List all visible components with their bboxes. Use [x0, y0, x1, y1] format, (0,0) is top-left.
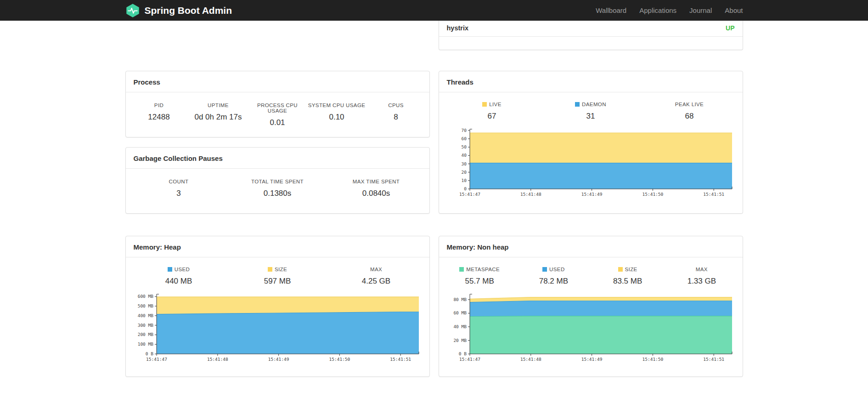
legend-daemon: DAEMON31 — [541, 102, 640, 121]
legend-label: USED — [517, 267, 591, 272]
svg-text:15:41:50: 15:41:50 — [642, 357, 663, 362]
threads-panel-title: Threads — [439, 71, 743, 92]
nav-about[interactable]: About — [718, 6, 743, 14]
stat-value: 0.01 — [248, 118, 307, 127]
svg-text:400 MB: 400 MB — [137, 313, 153, 318]
legend-label: USED — [130, 267, 228, 272]
svg-text:15:41:48: 15:41:48 — [520, 357, 541, 362]
legend-value: 597 MB — [228, 277, 327, 286]
nonheap-panel-title: Memory: Non heap — [439, 236, 743, 257]
stat-label: TOTAL TIME SPENT — [228, 179, 327, 184]
legend-peak-live: PEAK LIVE68 — [640, 102, 739, 121]
svg-text:60 MB: 60 MB — [453, 310, 467, 315]
stat-value: 0d 0h 2m 17s — [189, 113, 248, 122]
legend-value: 68 — [640, 112, 739, 121]
nav-wallboard[interactable]: Wallboard — [589, 6, 633, 14]
svg-text:15:41:49: 15:41:49 — [581, 192, 602, 197]
heap-area-chart: 0 B100 MB200 MB300 MB400 MB500 MB600 MB1… — [134, 291, 422, 364]
legend-size: SIZE597 MB — [228, 267, 327, 286]
process-stats: PID12488UPTIME0d 0h 2m 17sPROCESS CPU US… — [126, 92, 429, 127]
brand[interactable]: Spring Boot Admin — [125, 3, 232, 18]
stat-total-time-spent: TOTAL TIME SPENT0.1380s — [228, 179, 327, 198]
legend-value: 83.5 MB — [591, 277, 665, 286]
threads-area-chart: 01020304050607015:41:4715:41:4815:41:491… — [447, 126, 735, 199]
svg-text:15:41:47: 15:41:47 — [459, 357, 480, 362]
top-navbar: Spring Boot Admin Wallboard Applications… — [0, 0, 868, 21]
svg-text:200 MB: 200 MB — [137, 332, 153, 337]
legend-value: 440 MB — [130, 277, 228, 286]
nonheap-legend: METASPACE55.7 MBUSED78.2 MBSIZE83.5 MBMA… — [439, 257, 743, 286]
stat-label: COUNT — [130, 179, 228, 184]
svg-text:70: 70 — [461, 128, 467, 133]
legend-label: LIVE — [443, 102, 541, 107]
legend-swatch-icon — [542, 267, 547, 272]
legend-swatch-icon — [459, 267, 464, 272]
heap-panel: Memory: Heap USED440 MBSIZE597 MBMAX4.25… — [125, 236, 430, 377]
brand-title: Spring Boot Admin — [145, 5, 232, 16]
gc-panel-title: Garbage Collection Pauses — [126, 148, 429, 169]
legend-label: MAX — [665, 267, 738, 272]
svg-text:20: 20 — [461, 170, 467, 175]
heap-legend: USED440 MBSIZE597 MBMAX4.25 GB — [126, 257, 429, 286]
stat-count: COUNT3 — [130, 179, 228, 198]
legend-swatch-icon — [268, 267, 272, 272]
status-badge: UP — [726, 24, 734, 32]
row-top-spacer — [125, 21, 430, 50]
spring-boot-admin-logo-icon — [125, 3, 140, 18]
svg-text:15:41:51: 15:41:51 — [390, 357, 411, 362]
stat-label: SYSTEM CPU USAGE — [307, 102, 366, 108]
threads-legend: LIVE67DAEMON31PEAK LIVE68 — [439, 92, 743, 121]
svg-text:15:41:47: 15:41:47 — [459, 192, 480, 197]
svg-text:0: 0 — [464, 186, 467, 191]
legend-value: 4.25 GB — [327, 277, 426, 286]
stat-max-time-spent: MAX TIME SPENT0.0840s — [327, 179, 426, 198]
stat-value: 3 — [130, 189, 228, 198]
dashboard: hystrix UP Process PID12488UPTIME0d 0h 2… — [125, 21, 743, 377]
svg-text:15:41:51: 15:41:51 — [703, 357, 724, 362]
legend-label: SIZE — [228, 267, 327, 272]
legend-used: USED440 MB — [130, 267, 228, 286]
gc-stats: COUNT3TOTAL TIME SPENT0.1380sMAX TIME SP… — [126, 169, 429, 198]
process-panel: Process PID12488UPTIME0d 0h 2m 17sPROCES… — [125, 71, 430, 137]
legend-used: USED78.2 MB — [517, 267, 591, 286]
svg-text:15:41:48: 15:41:48 — [207, 357, 228, 362]
svg-text:60: 60 — [461, 136, 467, 141]
legend-label: SIZE — [591, 267, 665, 272]
svg-text:15:41:49: 15:41:49 — [268, 357, 289, 362]
svg-text:40: 40 — [461, 153, 467, 158]
legend-swatch-icon — [168, 267, 172, 272]
svg-text:15:41:50: 15:41:50 — [642, 192, 663, 197]
nonheap-area-chart: 0 B20 MB40 MB60 MB80 MB15:41:4715:41:481… — [447, 291, 735, 364]
legend-value: 1.33 GB — [665, 277, 738, 286]
legend-live: LIVE67 — [443, 102, 541, 121]
legend-value: 31 — [541, 112, 640, 121]
stat-pid: PID12488 — [130, 102, 189, 127]
svg-text:15:41:47: 15:41:47 — [146, 357, 167, 362]
stat-label: PROCESS CPU USAGE — [248, 102, 307, 114]
process-panel-title: Process — [126, 71, 429, 92]
stat-label: PID — [130, 102, 189, 108]
nav-applications[interactable]: Applications — [633, 6, 683, 14]
nonheap-chart: 0 B20 MB40 MB60 MB80 MB15:41:4715:41:481… — [439, 286, 743, 366]
svg-text:30: 30 — [461, 161, 467, 166]
heap-chart: 0 B100 MB200 MB300 MB400 MB500 MB600 MB1… — [126, 286, 429, 366]
stat-uptime: UPTIME0d 0h 2m 17s — [189, 102, 248, 127]
threads-chart: 01020304050607015:41:4715:41:4815:41:491… — [439, 121, 743, 201]
legend-max: MAX4.25 GB — [327, 267, 426, 286]
svg-text:100 MB: 100 MB — [137, 342, 153, 347]
legend-swatch-icon — [575, 102, 580, 107]
svg-text:15:41:48: 15:41:48 — [520, 192, 541, 197]
stat-system-cpu-usage: SYSTEM CPU USAGE0.10 — [307, 102, 366, 127]
svg-text:20 MB: 20 MB — [453, 338, 467, 343]
stat-value: 12488 — [130, 113, 189, 122]
legend-value: 67 — [443, 112, 541, 121]
gc-panel: Garbage Collection Pauses COUNT3TOTAL TI… — [125, 147, 430, 214]
application-status-panel: hystrix UP — [439, 21, 743, 50]
stat-value: 8 — [366, 113, 426, 122]
heap-panel-title: Memory: Heap — [126, 236, 429, 257]
nav-journal[interactable]: Journal — [683, 6, 718, 14]
application-row-hystrix[interactable]: hystrix UP — [439, 21, 743, 37]
application-name: hystrix — [447, 24, 469, 32]
legend-value: 78.2 MB — [517, 277, 591, 286]
legend-label: MAX — [327, 267, 426, 272]
